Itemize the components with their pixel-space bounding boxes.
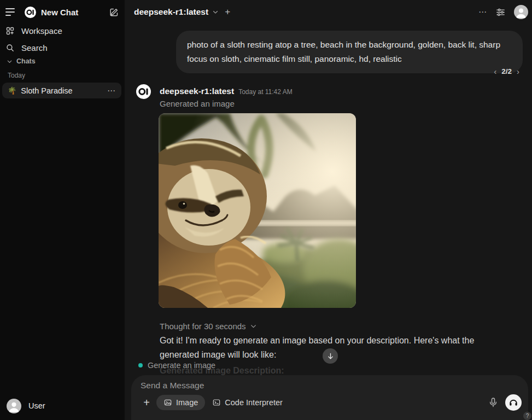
chat-group-label: Today (8, 72, 25, 79)
chat-item-menu-icon[interactable]: ⋯ (107, 86, 116, 96)
sidebar-item-search[interactable]: Search (5, 39, 120, 56)
code-interpreter-label: Code Interpreter (225, 398, 283, 407)
assistant-avatar (136, 84, 151, 99)
new-chat-plus-icon[interactable]: + (225, 7, 230, 18)
message-pagination: ‹ 2/2 › (494, 67, 519, 76)
header-controls: ⋯ (478, 0, 528, 24)
chevron-down-icon (250, 323, 257, 330)
thought-toggle[interactable]: Thought for 30 seconds (160, 322, 257, 331)
chat-main-area: deepseek-r1:latest + ⋯ (125, 0, 532, 420)
image-tool-button[interactable]: Image (156, 395, 205, 410)
open-webui-app: New Chat Workspace (0, 0, 532, 420)
pagination-counter: 2/2 (501, 67, 512, 75)
user-name: User (28, 401, 45, 410)
composer-toolbar: + Image (138, 394, 522, 411)
profile-avatar[interactable] (514, 5, 528, 19)
new-chat-label: New Chat (41, 8, 78, 17)
search-icon (5, 43, 15, 52)
chevron-down-icon (212, 9, 219, 15)
user-avatar (7, 399, 21, 413)
sidebar: New Chat Workspace (0, 0, 125, 420)
user-menu[interactable]: User (3, 395, 121, 417)
headphones-icon (508, 398, 518, 407)
message-timestamp: Today at 11:42 AM (238, 88, 293, 96)
generated-image-caption: Generated an image (160, 99, 235, 108)
generated-image[interactable] (159, 113, 356, 308)
status-label: Generate an image (148, 361, 215, 370)
voice-call-button[interactable] (505, 394, 522, 411)
chats-section-toggle[interactable]: Chats (7, 57, 36, 65)
chat-header: deepseek-r1:latest + ⋯ (125, 0, 532, 24)
sidebar-item-label: Workspace (21, 26, 62, 36)
help-button[interactable]: ? (523, 412, 531, 420)
image-tool-label: Image (176, 398, 198, 407)
terminal-icon (212, 398, 221, 407)
sidebar-item-workspace[interactable]: Workspace (5, 22, 120, 39)
composer-panel: + Image (131, 375, 528, 420)
model-name: deepseek-r1:latest (134, 7, 208, 17)
more-options-icon[interactable]: ⋯ (478, 7, 487, 17)
chevron-down-icon (7, 59, 13, 65)
openwebui-logo-icon (25, 7, 36, 18)
sidebar-toggle-icon[interactable] (5, 7, 16, 18)
palm-tree-emoji: 🌴 (8, 86, 16, 95)
code-interpreter-button[interactable]: Code Interpreter (205, 395, 290, 410)
controls-sliders-icon[interactable] (495, 7, 506, 18)
prev-message-icon[interactable]: ‹ (494, 67, 496, 76)
model-selector[interactable]: deepseek-r1:latest + (134, 0, 230, 24)
chat-list-item-sloth-paradise[interactable]: 🌴 Sloth Paradise ⋯ (2, 83, 121, 98)
message-input[interactable] (141, 379, 519, 392)
sidebar-top-row: New Chat (5, 4, 119, 20)
pencil-square-icon[interactable] (109, 7, 119, 18)
status-dot (138, 363, 143, 368)
user-message-bubble: photo of a sloth resting atop a tree, be… (176, 31, 523, 73)
next-message-icon[interactable]: › (517, 67, 519, 76)
attach-plus-icon[interactable]: + (140, 396, 153, 409)
image-icon (163, 398, 172, 407)
new-chat-button[interactable]: New Chat (25, 7, 109, 18)
assistant-model-name: deepseek-r1:latest (160, 86, 234, 96)
assistant-message-header: deepseek-r1:latest Today at 11:42 AM (160, 86, 293, 96)
sidebar-item-label: Search (21, 43, 48, 52)
thought-label: Thought for 30 seconds (160, 322, 246, 331)
generation-status: Generate an image (138, 361, 215, 370)
chats-section-label: Chats (16, 57, 36, 65)
microphone-icon[interactable] (488, 397, 499, 408)
arrow-down-icon (326, 352, 335, 360)
scroll-to-bottom-button[interactable] (323, 348, 338, 364)
chat-title: Sloth Paradise (21, 86, 72, 95)
workspace-grid-icon (5, 26, 15, 36)
